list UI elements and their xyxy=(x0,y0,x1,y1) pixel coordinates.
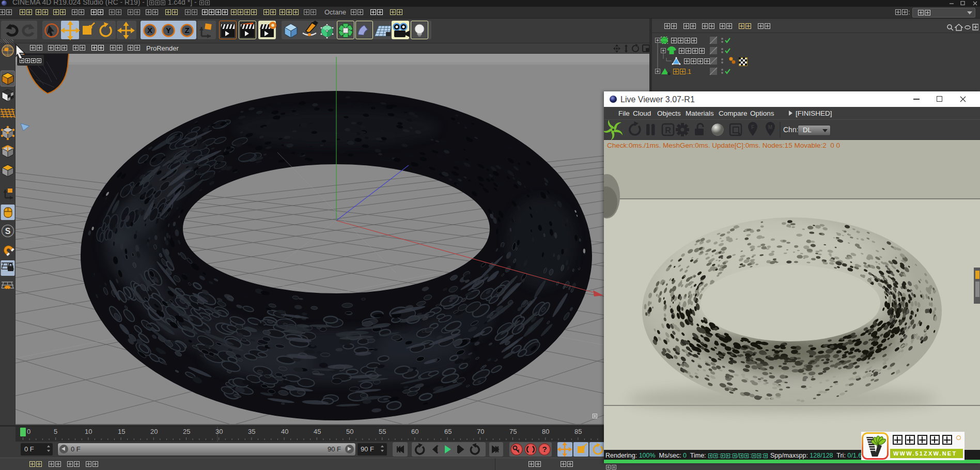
svg-text:S: S xyxy=(5,227,11,236)
svg-text:Y: Y xyxy=(166,26,171,35)
svg-text:M: M xyxy=(768,124,772,130)
svg-text:X: X xyxy=(147,26,152,35)
svg-text:?: ? xyxy=(542,445,547,453)
svg-text:R: R xyxy=(665,126,671,135)
svg-text:Z: Z xyxy=(184,26,189,35)
svg-text:F: F xyxy=(751,124,754,130)
